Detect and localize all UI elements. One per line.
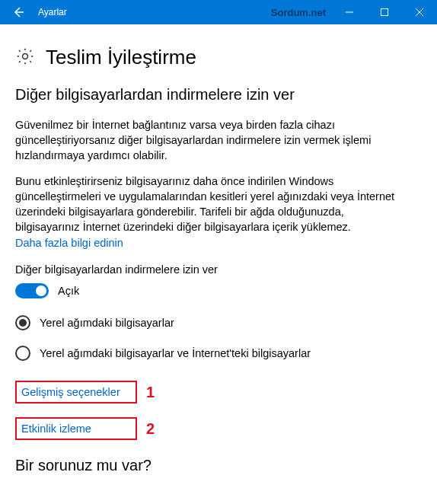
radio-local-and-internet[interactable]: Yerel ağımdaki bilgisayarlar ve İnternet… xyxy=(15,346,422,361)
toggle-knob xyxy=(36,285,46,296)
radio-icon-unchecked xyxy=(15,346,30,361)
allow-downloads-toggle-row: Açık xyxy=(15,283,422,298)
activity-monitor-row: Etkinlik izleme 2 xyxy=(15,417,422,440)
maximize-button[interactable] xyxy=(367,0,402,24)
content-area: Teslim İyileştirme Diğer bilgisayarlarda… xyxy=(0,46,437,474)
section-title: Diğer bilgisayarlardan indirmelere izin … xyxy=(15,86,422,104)
description-paragraph-1: Güvenilmez bir İnternet bağlantınız vars… xyxy=(15,117,411,163)
activity-monitor-link[interactable]: Etkinlik izleme xyxy=(21,423,91,435)
radio-label-local: Yerel ağımdaki bilgisayarlar xyxy=(40,317,174,329)
maximize-icon xyxy=(380,8,389,17)
titlebar: Ayarlar Sordum.net xyxy=(0,0,437,24)
radio-local-network[interactable]: Yerel ağımdaki bilgisayarlar xyxy=(15,315,422,330)
gear-icon xyxy=(15,46,35,69)
close-icon xyxy=(415,8,424,17)
allow-downloads-toggle[interactable] xyxy=(15,283,49,298)
toggle-heading: Diğer bilgisayarlardan indirmelere izin … xyxy=(15,263,422,276)
question-heading: Bir sorunuz mu var? xyxy=(15,457,422,474)
toggle-state-label: Açık xyxy=(58,285,79,297)
window-title: Ayarlar xyxy=(37,7,67,18)
learn-more-link[interactable]: Daha fazla bilgi edinin xyxy=(15,237,123,249)
minimize-button[interactable] xyxy=(332,0,367,24)
back-button[interactable] xyxy=(0,0,37,24)
page-header: Teslim İyileştirme xyxy=(15,46,422,69)
description-paragraph-2: Bunu etkinleştirirseniz bilgisayarınız d… xyxy=(15,174,411,234)
annotation-box-2: Etkinlik izleme xyxy=(15,417,137,440)
radio-label-internet: Yerel ağımdaki bilgisayarlar ve İnternet… xyxy=(40,347,311,359)
svg-rect-0 xyxy=(381,9,388,16)
advanced-options-link[interactable]: Gelişmiş seçenekler xyxy=(21,386,120,398)
annotation-box-1: Gelişmiş seçenekler xyxy=(15,381,137,404)
minimize-icon xyxy=(345,8,354,17)
watermark-text: Sordum.net xyxy=(271,7,332,18)
arrow-left-icon xyxy=(11,5,25,19)
svg-point-1 xyxy=(23,53,28,59)
close-button[interactable] xyxy=(402,0,437,24)
annotation-number-2: 2 xyxy=(146,420,155,438)
advanced-options-row: Gelişmiş seçenekler 1 xyxy=(15,381,422,404)
radio-icon-checked xyxy=(15,315,30,330)
annotation-number-1: 1 xyxy=(146,384,155,401)
page-title: Teslim İyileştirme xyxy=(46,46,196,69)
